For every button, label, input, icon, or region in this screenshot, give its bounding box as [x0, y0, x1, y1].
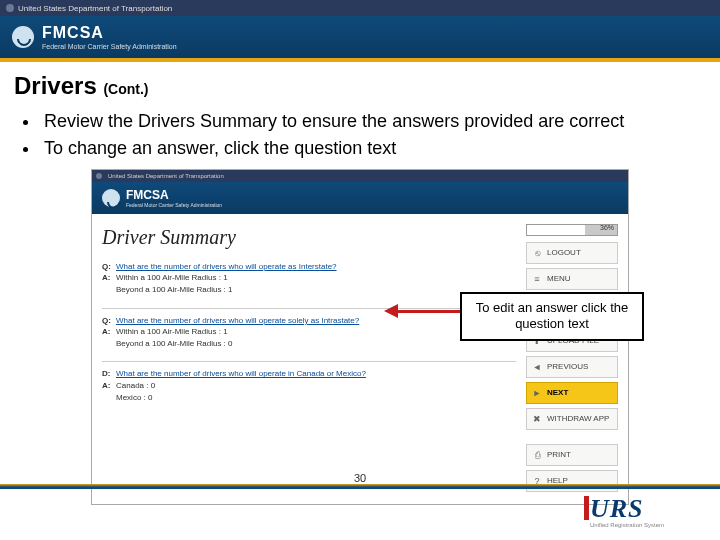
slide-title: Drivers (Cont.) [0, 62, 720, 104]
title-text: Drivers [14, 72, 97, 99]
logout-button[interactable]: ⎋LOGOUT [526, 242, 618, 264]
fmcsa-logo-icon [102, 189, 120, 207]
answer-text: Within a 100 Air-Mile Radius : 1 [116, 326, 228, 338]
a-label: A: [102, 272, 116, 284]
withdraw-button[interactable]: ✖WITHDRAW APP [526, 408, 618, 430]
answer-text: Beyond a 100 Air-Mile Radius : 1 [116, 284, 233, 296]
qa-block: Q:What are the number of drivers who wil… [102, 261, 516, 296]
outer-brand-bar: FMCSA Federal Motor Carrier Safety Admin… [0, 16, 720, 62]
question-link[interactable]: What are the number of drivers who will … [116, 261, 337, 273]
print-icon: ⎙ [532, 450, 542, 460]
answer-text: Beyond a 100 Air-Mile Radius : 0 [116, 338, 233, 350]
inner-brand-sub: Federal Motor Carrier Safety Administrat… [126, 202, 222, 208]
callout-arrow-icon [377, 304, 461, 318]
next-icon: ► [532, 388, 542, 398]
progress-bar: 36% [526, 224, 618, 236]
q-label: Q: [102, 261, 116, 273]
bullet-item: Review the Drivers Summary to ensure the… [40, 110, 670, 133]
summary-title: Driver Summary [102, 226, 516, 249]
q-label: Q: [102, 315, 116, 327]
answer-text: Mexico : 0 [116, 392, 152, 404]
footer: 30 URS Unified Registration System [0, 484, 720, 540]
a-label: A: [102, 326, 116, 338]
menu-icon: ≡ [532, 274, 542, 284]
previous-icon: ◄ [532, 362, 542, 372]
previous-button[interactable]: ◄PREVIOUS [526, 356, 618, 378]
outer-dept-bar: United States Department of Transportati… [0, 0, 720, 16]
page-number: 30 [0, 472, 720, 484]
qa-block: D:What are the number of drivers who wil… [102, 368, 516, 403]
brand-name: FMCSA [42, 24, 177, 42]
fmcsa-logo-icon [12, 26, 34, 48]
q-label: D: [102, 368, 116, 380]
footer-divider [0, 484, 720, 489]
answer-text: Within a 100 Air-Mile Radius : 1 [116, 272, 228, 284]
bullet-list: Review the Drivers Summary to ensure the… [0, 110, 720, 161]
progress-pct: 36% [600, 224, 614, 231]
a-label: A: [102, 380, 116, 392]
title-suffix: (Cont.) [103, 81, 148, 97]
brand-subtitle: Federal Motor Carrier Safety Administrat… [42, 43, 177, 50]
summary-main: Driver Summary Q:What are the number of … [102, 222, 516, 492]
question-link[interactable]: What are the number of drivers who will … [116, 315, 359, 327]
logout-icon: ⎋ [532, 248, 542, 258]
next-button[interactable]: ►NEXT [526, 382, 618, 404]
qa-block: Q:What are the number of drivers who wil… [102, 315, 516, 350]
menu-button[interactable]: ≡MENU [526, 268, 618, 290]
bullet-item: To change an answer, click the question … [40, 137, 670, 160]
divider [102, 361, 516, 362]
answer-text: Canada : 0 [116, 380, 155, 392]
outer-dept-text: United States Department of Transportati… [18, 4, 172, 13]
print-button[interactable]: ⎙PRINT [526, 444, 618, 466]
sidebar: 36% ⎋LOGOUT ≡MENU ⬇DOWNLOAD ⬆UPLOAD FILE… [526, 222, 618, 492]
urs-logo: URS Unified Registration System [590, 494, 700, 534]
inner-brand-bar: FMCSA Federal Motor Carrier Safety Admin… [92, 182, 628, 214]
inner-dept-bar: United States Department of Transportati… [92, 170, 628, 182]
withdraw-icon: ✖ [532, 414, 542, 424]
inner-brand-name: FMCSA [126, 188, 222, 202]
question-link[interactable]: What are the number of drivers who will … [116, 368, 366, 380]
callout-box: To edit an answer click the question tex… [460, 292, 644, 341]
